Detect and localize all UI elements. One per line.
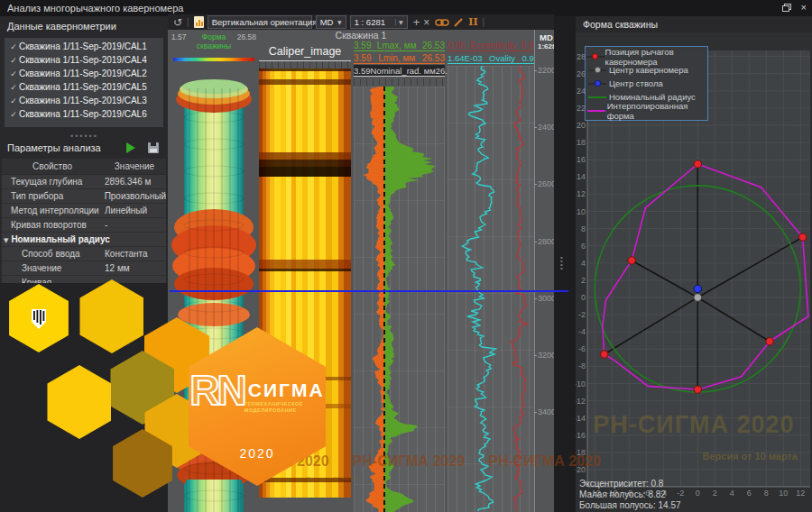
caliper-image-label: Caliper_image [259,45,351,61]
report-icon[interactable] [194,16,204,28]
edit-pencil-icon[interactable] [453,17,465,28]
well-curve-label: Скважина 1/11-Sep-2019/CAL2 [19,69,147,78]
heatmap-band [259,79,351,85]
list-item[interactable]: ✓Скважина 1/11-Sep-2019/CAL4 [5,53,163,67]
legend-label: Центр ствола [609,78,663,88]
collapse-triangle-icon[interactable]: ▼ [4,237,8,244]
svg-text:2: 2 [581,276,586,285]
svg-text:4: 4 [581,259,586,268]
well-curve-label: Скважина 1/11-Sep-2019/CAL1 [19,41,147,51]
watermark-right: РН-СИГМА 2020 [576,411,812,439]
save-button[interactable] [148,142,159,153]
watermark-right-version: Версия от 10 марта [702,451,798,462]
link-depth-icon[interactable] [435,17,449,28]
toolbar: ↺ | Вертикальная ориентация▼ MD▼ 1 : 628… [168,14,554,30]
legend-label: Центр каверномера [609,65,688,75]
table-row[interactable]: Способ вводаКонстанта [2,247,166,261]
caliper-data-header: Данные кавернометрии [0,16,168,36]
heatmap-band [259,69,351,71]
close-window-icon[interactable]: × [801,3,807,12]
table-row[interactable]: Значение12 мм [2,261,166,276]
track-eccentricity-ovality[interactable]: 0.06Eccentricity0.94 1.64E-03Ovality0.96 [448,40,539,512]
stat-line: Большая полуось: 14.57 [579,500,681,511]
svg-text:12: 12 [577,189,586,198]
table-row[interactable]: Текущая глубина2896.346 м [2,175,166,189]
list-item[interactable]: ✓Скважина 1/11-Sep-2019/CAL3 [5,94,163,107]
table-row[interactable]: ▼Номинальный радиус [2,233,166,247]
svg-text:-12: -12 [576,397,586,406]
well-curve-label: Скважина 1/11-Sep-2019/CAL3 [19,96,147,105]
track-ticks [259,61,351,69]
svg-text:0: 0 [581,293,586,302]
checkbox-checked-icon[interactable]: ✓ [8,110,19,119]
table-row[interactable]: Тип прибораПроизвольный [2,189,166,204]
svg-text:8: 8 [764,489,769,498]
checkbox-checked-icon[interactable]: ✓ [8,83,19,92]
column-property: Свойство [2,159,103,174]
heatmap-band [259,269,351,271]
list-item[interactable]: ✓Скважина 1/11-Sep-2019/CAL5 [5,80,163,94]
eccentricity-header: 0.06Eccentricity0.94 [448,40,539,51]
checkbox-checked-icon[interactable]: ✓ [8,56,19,65]
caliper-analysis-window: Анализ многорычажного каверномера × Данн… [0,0,812,512]
svg-text:-6: -6 [578,344,586,353]
svg-text:10: 10 [577,207,586,216]
shape-statistics: Эксцентриситет: 0.8Малая полуось: 8.82Бо… [579,479,681,511]
legend-line-marker [586,110,607,112]
rn-logo-text: RN [189,372,244,408]
add-track-icon[interactable]: + [413,16,420,29]
heatmap-band [259,260,351,269]
caliper-tool-icon[interactable]: II [468,16,477,28]
well-curve-list: ✓Скважина 1/11-Sep-2019/CAL1✓Скважина 1/… [5,38,163,127]
depth-reference-label: MD [535,30,554,42]
svg-text:-10: -10 [576,379,586,389]
undo-icon[interactable]: ↺ [173,16,182,29]
nominal-header: 3.59Nominal_rad. мм26.53 [354,65,445,77]
svg-text:12: 12 [796,489,805,498]
legend-line-marker [586,96,609,98]
lmin-header: 3.59Lmin, мм26.53 [354,52,445,64]
parameters-table: Свойство Значение Текущая глубина2896.34… [2,159,166,290]
checkbox-checked-icon[interactable]: ✓ [8,69,19,78]
depth-reference-select[interactable]: MD▼ [316,15,346,29]
well-curve-label: Скважина 1/11-Sep-2019/CAL5 [19,82,147,92]
analysis-params-title: Параметры анализа [0,142,126,153]
run-analysis-button[interactable] [126,142,135,153]
orientation-select[interactable]: Вертикальная ориентация▼ [208,15,312,29]
remove-track-icon[interactable]: × [423,16,429,29]
svg-text:14: 14 [577,172,586,181]
track-lmax-lmin[interactable]: 3.59Lmax, мм26.53 3.59Lmin, мм26.53 3.59… [354,40,445,512]
legend-item[interactable]: Центр ствола [586,77,707,90]
well-curve-label: Скважина 1/11-Sep-2019/CAL4 [19,55,147,65]
table-row[interactable]: Метод интерполяцииЛинейный [2,204,166,218]
svg-text:-2: -2 [578,310,586,319]
vertical-splitter[interactable] [554,16,576,512]
checkbox-checked-icon[interactable]: ✓ [8,96,19,105]
scale-combo[interactable]: 1 : 6281▼ [350,15,408,29]
svg-text:8: 8 [581,224,586,233]
chart-legend: Позиция рычагов каверномераЦентр каверно… [585,46,708,121]
lmax-header: 3.59Lmax, мм26.53 [354,40,445,51]
scale-max: 26.58 [237,32,256,41]
vertical-splitter-grip[interactable]: •••• [560,256,564,270]
restore-window-icon[interactable] [782,4,790,11]
table-row[interactable]: Кривая поворотов- [2,218,166,233]
current-depth-marker[interactable] [170,290,568,292]
svg-text:4: 4 [730,489,734,498]
depth-ruler[interactable]: MD 1:6281 2200240026002800300032003400 [534,30,554,512]
stat-line: Малая полуось: 8.82 [579,489,681,500]
checkbox-checked-icon[interactable]: ✓ [8,42,19,51]
legend-item[interactable]: Позиция рычагов каверномера [586,50,707,63]
legend-dot-marker [586,83,609,85]
svg-text:2: 2 [713,489,717,498]
depth-scale-label: 1:6281 [535,42,554,50]
legend-item[interactable]: Интерполированная форма [586,104,707,117]
list-item[interactable]: ✓Скважина 1/11-Sep-2019/CAL2 [5,67,163,80]
list-item[interactable]: ✓Скважина 1/11-Sep-2019/CAL1 [5,40,163,53]
legend-dot-marker [586,56,605,58]
window-title: Анализ многорычажного каверномера [0,3,183,14]
eccentricity-ovality-curves [448,66,539,512]
list-item[interactable]: ✓Скважина 1/11-Sep-2019/CAL6 [5,107,163,121]
well-curve-label: Скважина 1/11-Sep-2019/CAL6 [19,109,147,119]
svg-text:10: 10 [779,489,788,498]
